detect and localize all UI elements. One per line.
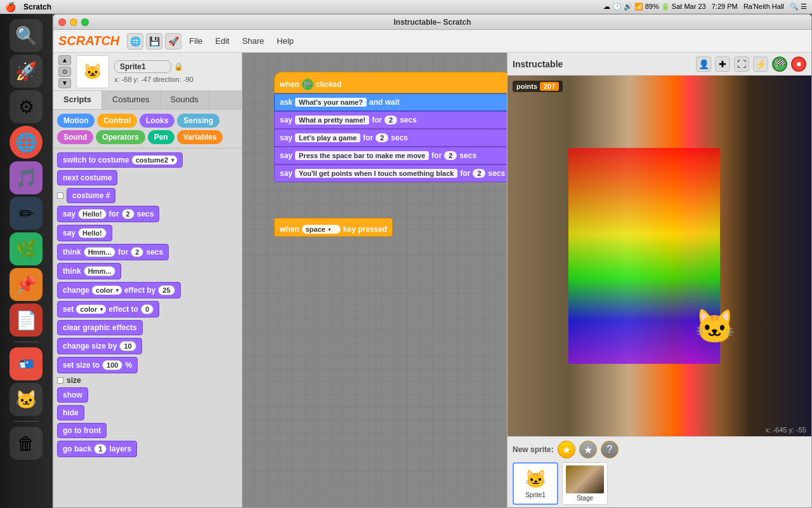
menu-help[interactable]: Help (272, 34, 299, 48)
green-flag-button[interactable]: 🏁 (772, 57, 787, 72)
add-sprite-star2[interactable]: ★ (579, 441, 597, 458)
language-button[interactable]: 🌐 (127, 33, 143, 50)
go-back-num[interactable]: 1 (94, 444, 107, 454)
change-size-num[interactable]: 10 (119, 341, 136, 351)
menu-share[interactable]: Share (237, 34, 270, 48)
block-say[interactable]: say Hello! (57, 225, 112, 241)
dock-chrome[interactable]: 🌐 (10, 126, 43, 159)
sprite-nav-up[interactable]: ▲ (58, 55, 71, 65)
sb-say2-num[interactable]: 2 (376, 133, 388, 142)
cat-looks[interactable]: Looks (140, 114, 174, 128)
costume-dropdown[interactable]: costume2 (132, 156, 177, 164)
dock-app2[interactable]: 📌 (10, 268, 43, 301)
block-set-size[interactable]: set size to 100 % (57, 357, 138, 373)
sb-say1[interactable]: say What a pretty name! for 2 secs (274, 111, 507, 129)
cat-sound[interactable]: Sound (57, 130, 93, 144)
cat-sensing[interactable]: Sensing (177, 114, 219, 128)
close-button[interactable] (58, 18, 66, 26)
fullscreen-tool[interactable]: ⛶ (734, 57, 749, 72)
block-go-to-front[interactable]: go to front (57, 423, 107, 438)
dock-trash[interactable]: 🗑 (10, 427, 43, 460)
size-checkbox[interactable] (57, 377, 63, 384)
cat-control[interactable]: Control (97, 114, 137, 128)
sb-say1-text[interactable]: What a pretty name! (295, 116, 369, 124)
sprite-item-sprite1[interactable]: 🐱 Sprite1 (513, 462, 558, 505)
block-costume-hash[interactable]: costume # (67, 188, 115, 203)
dock-finder[interactable]: 🔍 (10, 19, 43, 52)
stage-item[interactable]: Stage (562, 462, 608, 505)
maximize-button[interactable] (81, 18, 89, 26)
sb-say1-num[interactable]: 2 (384, 116, 397, 124)
block-think-secs[interactable]: think Hmm... for 2 secs (57, 244, 169, 260)
sb-say4-num[interactable]: 2 (473, 169, 485, 178)
dock-acrobat[interactable]: 📄 (10, 304, 43, 337)
tab-costumes[interactable]: Costumes (102, 91, 160, 109)
think-text[interactable]: Hmm... (84, 266, 116, 276)
dock-launchpad[interactable]: 🚀 (10, 55, 43, 88)
dock-dreamweaver[interactable]: ✏ (10, 197, 43, 230)
sb-say3-num[interactable]: 2 (444, 151, 457, 160)
cat-pen[interactable]: Pen (148, 130, 174, 144)
dock-app1[interactable]: 🌿 (10, 232, 43, 265)
say-secs-text[interactable]: Hello! (78, 209, 107, 219)
block-set-color[interactable]: set color effect to 0 (57, 301, 159, 318)
add-sprite-star3[interactable]: ? (601, 441, 619, 458)
think-secs-num[interactable]: 2 (131, 247, 143, 257)
block-change-size[interactable]: change size by 10 (57, 338, 142, 354)
say-secs-num[interactable]: 2 (122, 209, 134, 219)
script-editor[interactable]: when 🏁 clicked ask What's your name? and… (242, 53, 507, 508)
dock-scratch[interactable]: 🐱 (10, 383, 43, 416)
crosshair-tool[interactable]: ✚ (715, 57, 730, 72)
block-clear-effects[interactable]: clear graphic effects (57, 320, 143, 335)
sb-when-clicked[interactable]: when 🏁 clicked (274, 72, 507, 93)
menu-edit[interactable]: Edit (210, 34, 234, 48)
set-size-num[interactable]: 100 (102, 360, 122, 370)
stop-button[interactable]: ■ (791, 57, 806, 72)
flag-button[interactable]: 🚀 (165, 33, 181, 50)
cat-motion[interactable]: Motion (57, 114, 95, 128)
sb-ask-text[interactable]: What's your name? (295, 98, 367, 107)
add-sprite-star1[interactable]: ★ (558, 441, 575, 458)
cat-variables[interactable]: Variables (177, 130, 223, 144)
block-switch-costume[interactable]: switch to costume costume2 (57, 152, 183, 168)
block-show[interactable]: show (57, 387, 88, 403)
sb-say4-text[interactable]: You'll get points when I touch something… (295, 169, 457, 178)
block-change-color[interactable]: change color effect by 25 (57, 282, 181, 298)
dock-system-prefs[interactable]: ⚙ (10, 90, 43, 123)
save-button[interactable]: 💾 (146, 33, 162, 50)
apple-menu[interactable]: 🍎 (5, 2, 16, 12)
minimize-button[interactable] (70, 18, 77, 26)
sb-say3-text[interactable]: Press the space bar to make me move (295, 151, 429, 160)
block-say-secs[interactable]: say Hello! for 2 secs (57, 206, 159, 222)
set-color-dropdown[interactable]: color (76, 305, 106, 314)
color-effect-dropdown[interactable]: color (92, 286, 122, 295)
sb-say2[interactable]: say Let's play a game for 2 secs (274, 129, 507, 147)
say-text[interactable]: Hello! (78, 228, 107, 238)
menu-file[interactable]: File (184, 34, 207, 48)
color-effect-num[interactable]: 25 (158, 285, 174, 295)
tab-sounds[interactable]: Sounds (160, 91, 209, 109)
block-go-back[interactable]: go back 1 layers (57, 441, 137, 457)
cat-operators[interactable]: Operators (96, 130, 145, 144)
block-hide[interactable]: hide (57, 405, 84, 420)
tab-scripts[interactable]: Scripts (53, 91, 102, 109)
sb-say2-text[interactable]: Let's play a game (295, 133, 360, 142)
sb-ask[interactable]: ask What's your name? and wait (274, 93, 507, 111)
stage-title: Instructable (513, 59, 692, 69)
think-secs-text[interactable]: Hmm... (84, 247, 116, 257)
costume-hash-checkbox[interactable] (57, 192, 63, 199)
dock-app3[interactable]: 📬 (10, 347, 43, 380)
sb-say3[interactable]: say Press the space bar to make me move … (274, 147, 507, 164)
person-tool[interactable]: 👤 (696, 57, 711, 72)
block-think[interactable]: think Hmm... (57, 263, 121, 279)
sb-when-space[interactable]: when space key pressed (274, 218, 393, 237)
dock-itunes[interactable]: 🎵 (10, 161, 43, 194)
sb-say4[interactable]: say You'll get points when I touch somet… (274, 164, 507, 182)
sprite-nav-down[interactable]: ▼ (58, 78, 71, 88)
space-key-dropdown[interactable]: space (302, 225, 341, 234)
block-next-costume[interactable]: next costume (57, 170, 117, 185)
sprite-name-input[interactable] (114, 60, 171, 73)
sprite-nav-center[interactable]: ⊙ (58, 67, 71, 77)
set-color-num[interactable]: 0 (141, 304, 154, 314)
turbo-tool[interactable]: ⚡ (753, 57, 768, 72)
